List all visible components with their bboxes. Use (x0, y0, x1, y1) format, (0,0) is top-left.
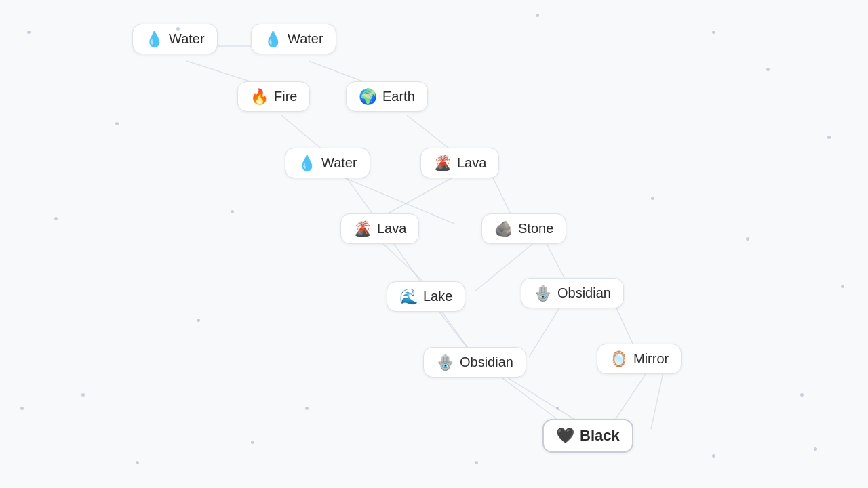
element-card-black[interactable]: 🖤Black (542, 419, 633, 453)
decorative-dot (27, 30, 31, 34)
decorative-dot (556, 407, 559, 410)
element-icon-obsidian2: 🪬 (436, 355, 454, 370)
decorative-dot (115, 122, 119, 125)
decorative-dot (81, 393, 85, 396)
element-label-lake: Lake (423, 289, 452, 304)
element-card-obsidian1[interactable]: 🪬Obsidian (521, 278, 624, 308)
element-card-lava2[interactable]: 🌋Lava (340, 214, 419, 244)
element-icon-water3: 💧 (298, 156, 316, 171)
decorative-dot (651, 197, 654, 200)
element-label-water1: Water (169, 31, 205, 47)
decorative-dot (136, 461, 139, 464)
element-icon-water2: 💧 (264, 32, 282, 47)
decorative-dot (746, 237, 749, 241)
element-label-stone: Stone (518, 221, 553, 237)
element-card-stone[interactable]: 🪨Stone (481, 214, 566, 244)
element-label-earth: Earth (382, 89, 415, 104)
element-label-lava1: Lava (457, 155, 486, 171)
connection-lines (0, 0, 868, 488)
element-card-earth[interactable]: 🌍Earth (346, 81, 428, 112)
element-icon-lava2: 🌋 (353, 222, 372, 237)
element-card-mirror[interactable]: 🪞Mirror (597, 344, 682, 374)
element-label-fire: Fire (274, 89, 297, 104)
decorative-dot (475, 461, 478, 464)
element-icon-lake: 🌊 (399, 289, 418, 304)
element-label-mirror: Mirror (633, 351, 669, 367)
decorative-dot (251, 441, 254, 444)
decorative-dot (800, 393, 804, 396)
element-icon-mirror: 🪞 (610, 352, 628, 367)
element-label-lava2: Lava (377, 221, 406, 237)
decorative-dot (814, 447, 817, 451)
element-card-water2[interactable]: 💧Water (251, 24, 336, 54)
element-icon-stone: 🪨 (494, 222, 513, 237)
decorative-dot (827, 136, 831, 139)
decorative-dot (841, 285, 844, 288)
svg-line-12 (651, 366, 665, 429)
element-card-fire[interactable]: 🔥Fire (237, 81, 310, 112)
decorative-dot (231, 210, 234, 214)
element-label-obsidian1: Obsidian (557, 285, 611, 301)
element-label-obsidian2: Obsidian (460, 354, 513, 370)
decorative-dot (176, 27, 180, 30)
element-icon-lava1: 🌋 (433, 156, 452, 171)
element-icon-earth: 🌍 (359, 89, 377, 104)
element-icon-water1: 💧 (145, 32, 163, 47)
element-label-water3: Water (321, 155, 357, 171)
element-card-water1[interactable]: 💧Water (132, 24, 218, 54)
element-icon-fire: 🔥 (250, 89, 269, 104)
element-card-water3[interactable]: 💧Water (285, 148, 370, 178)
element-icon-black: 🖤 (556, 428, 574, 443)
decorative-dot (712, 454, 715, 458)
element-label-black: Black (580, 427, 620, 445)
element-card-lake[interactable]: 🌊Lake (387, 281, 465, 312)
element-card-lava1[interactable]: 🌋Lava (420, 148, 499, 178)
decorative-dot (305, 407, 309, 410)
decorative-dot (766, 68, 770, 71)
element-icon-obsidian1: 🪬 (534, 286, 552, 301)
decorative-dot (197, 319, 200, 322)
decorative-dot (54, 217, 58, 220)
element-label-water2: Water (288, 31, 323, 47)
decorative-dot (20, 407, 24, 410)
decorative-dot (712, 30, 715, 34)
decorative-dot (536, 14, 539, 17)
element-card-obsidian2[interactable]: 🪬Obsidian (423, 347, 526, 378)
